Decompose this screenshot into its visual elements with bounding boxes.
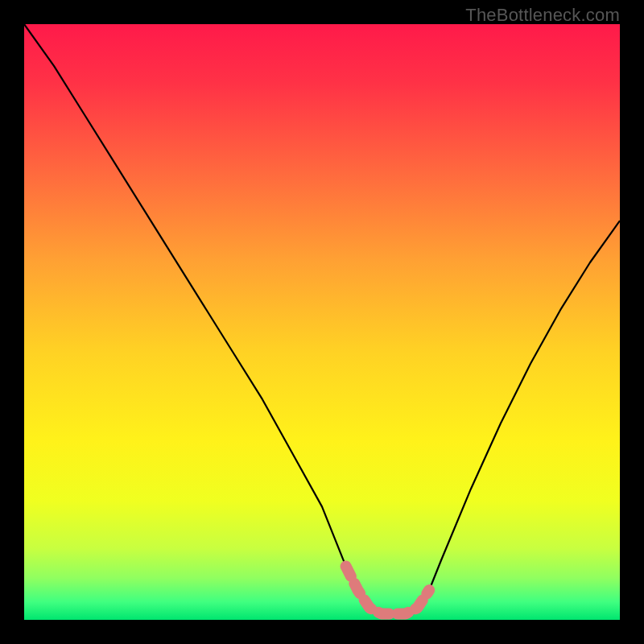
watermark-text: TheBottleneck.com: [465, 5, 620, 26]
bottom-highlight: [346, 566, 430, 613]
curve-layer: [24, 24, 620, 620]
bottleneck-chart: TheBottleneck.com: [0, 0, 644, 644]
bottleneck-curve: [24, 24, 620, 614]
plot-area: [24, 24, 620, 620]
